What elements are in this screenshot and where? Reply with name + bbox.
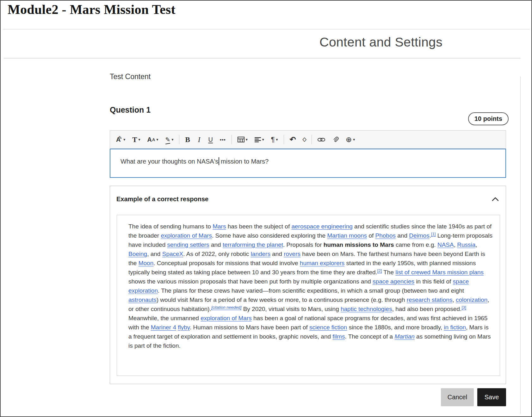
toolbar-separator [232,135,232,144]
undo-button[interactable]: ↶ [286,131,300,148]
inline-link[interactable]: exploration of Mars [161,232,212,239]
font-size-button[interactable]: AA▾ [144,131,162,148]
inline-link[interactable]: Mars [213,223,226,230]
inline-link[interactable]: NASA [437,241,454,248]
cancel-button[interactable]: Cancel [441,388,474,406]
inline-link[interactable]: colonization [456,296,487,303]
inline-link[interactable]: aerospace engineering [291,223,352,230]
attach-file-icon [332,136,339,143]
question-title: Question 1 [110,105,151,115]
inline-link[interactable]: list of crewed Mars mission plans [395,269,484,276]
inline-link[interactable]: Phobos [375,232,396,239]
undo-icon: ↶ [290,136,296,143]
dropdown-arrow-icon: ▾ [353,138,355,141]
text-color-button[interactable]: A✎▾ [113,131,129,148]
bold-button[interactable]: B [182,131,193,148]
reference-link[interactable]: [1] [431,231,436,236]
toolbar-separator [312,135,312,144]
text-color-icon: A✎ [116,136,122,143]
dropdown-arrow-icon: ▾ [171,138,173,141]
page-title: Module2 - Mars Mission Test [8,2,176,17]
inline-link[interactable]: Russia [457,241,475,248]
test-content-label: Test Content [110,72,151,81]
inline-link[interactable]: in fiction [444,324,466,331]
font-family-icon: T [132,136,137,143]
inline-link[interactable]: [citation needed] [211,305,241,310]
inline-link[interactable]: human explorers [300,260,345,266]
clear-formatting-button[interactable]: ◊ [300,131,309,148]
italic-icon: I [197,136,201,143]
inline-link[interactable]: space agencies [373,278,414,285]
insert-content-button[interactable]: ⊕▾ [342,131,358,148]
save-button[interactable]: Save [477,388,506,406]
inline-link[interactable]: sending settlers [167,241,209,248]
inline-link[interactable]: [3] [461,305,466,310]
question-text: What are your thoughts on NASA's [121,158,219,165]
dropdown-arrow-icon: ▾ [246,138,248,141]
inline-link[interactable]: Boeing [128,251,147,257]
paragraph: Meanwhile, the unmanned exploration of M… [128,314,493,350]
highlight-color-icon: ✎ [165,137,170,143]
inline-link[interactable]: exploration of Mars [201,315,252,321]
chevron-up-icon[interactable] [492,197,499,201]
inline-link[interactable]: Mariner 4 [151,324,176,331]
dropdown-arrow-icon: ▾ [276,138,278,141]
inline-link[interactable]: astronauts [128,296,157,303]
insert-content-icon: ⊕ [346,136,352,143]
inline-link[interactable]: [1] [431,232,436,236]
insert-table-button[interactable]: ▾ [234,131,251,148]
example-header-label: Example of a correct response [116,196,208,203]
text-align-icon [255,137,261,142]
dropdown-arrow-icon: ▾ [139,138,140,141]
inline-link[interactable]: Martian [394,333,414,340]
inline-link[interactable]: landers [251,251,270,257]
paragraph-format-button[interactable]: ¶▾ [268,131,281,148]
citation-needed-link[interactable]: [citation needed] [211,304,241,310]
inline-link[interactable]: films [332,333,345,340]
bold-text: human missions to Mars [324,241,394,248]
inline-link[interactable]: [2] [377,268,382,273]
paragraph-format-icon: ¶ [271,136,275,143]
reference-link[interactable]: [3] [461,304,466,310]
inline-link[interactable]: Martian moons [327,232,367,239]
toolbar-separator [284,135,284,144]
example-response-panel: Example of a correct response The idea o… [110,186,506,384]
italic-button[interactable]: I [194,131,205,148]
inline-link[interactable]: flyby [178,324,190,331]
more-options-button[interactable]: ••• [216,131,229,148]
highlight-color-button[interactable]: ✎▾ [162,131,177,148]
points-badge: 10 points [468,112,509,125]
example-response-text[interactable]: The idea of sending humans to Mars has b… [117,215,500,376]
underline-button[interactable]: U [205,131,216,148]
scrollbar-track[interactable] [520,77,521,414]
inline-link[interactable]: research stations [407,296,453,303]
bold-icon: B [185,136,190,143]
inline-link[interactable]: science fiction [309,324,347,331]
dropdown-arrow-icon: ▾ [123,138,125,141]
insert-link-button[interactable] [314,131,329,148]
reference-link[interactable]: [2] [377,268,382,273]
inline-link[interactable]: space exploration [128,278,469,294]
paragraph: The idea of sending humans to Mars has b… [128,222,493,314]
font-family-button[interactable]: T▾ [129,131,144,148]
text-align-button[interactable]: ▾ [251,131,268,148]
font-size-icon: AA [147,136,155,143]
inline-link[interactable]: terraforming the planet [223,241,283,248]
insert-table-icon [238,137,244,142]
header-divider [3,29,529,29]
dropdown-arrow-icon: ▾ [262,138,264,141]
question-text-after: mission to Mars? [219,158,269,165]
inline-link[interactable]: rovers [284,251,300,257]
clear-formatting-icon: ◊ [302,137,306,143]
inline-link[interactable]: Deimos [409,232,429,239]
more-options-icon: ••• [220,137,226,142]
toolbar-separator [179,135,179,144]
attach-file-button[interactable] [329,131,342,148]
question-text-editor[interactable]: What are your thoughts on NASA's mission… [110,149,506,178]
editor-toolbar: A✎▾T▾AA▾✎▾BIU•••▾▾¶▾↶◊⊕▾ [110,130,506,149]
inline-link[interactable]: Moon [139,260,154,266]
inline-link[interactable]: SpaceX [162,251,183,257]
section-divider [4,58,521,59]
inline-link[interactable]: haptic technologies [341,306,392,312]
section-header: Content and Settings [319,35,442,50]
